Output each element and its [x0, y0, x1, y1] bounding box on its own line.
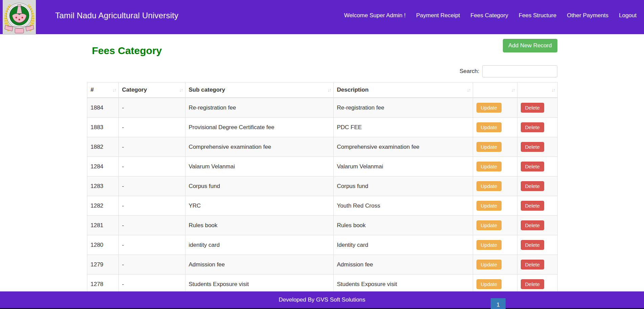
delete-button[interactable]: Delete — [521, 162, 544, 171]
cell-description: Valarum Velanmai — [333, 157, 473, 176]
column-header-description[interactable]: Description ↓↑ — [333, 82, 473, 98]
cell-subcategory: Admission fee — [185, 255, 333, 275]
column-header-delete[interactable]: ↓↑ — [517, 82, 557, 98]
table-row: 1282 - YRC Youth Red Cross Update Delete — [87, 196, 557, 216]
delete-button[interactable]: Delete — [521, 122, 544, 132]
table-row: 1279 - Admission fee Admission fee Updat… — [87, 255, 557, 275]
cell-subcategory: Rules book — [185, 216, 333, 235]
site-footer: Developed By GVS Soft Solutions — [0, 291, 644, 309]
cell-category: - — [118, 176, 185, 196]
table-row: 1284 - Valarum Velanmai Valarum Velanmai… — [87, 157, 557, 176]
cell-delete: Delete — [517, 275, 557, 294]
update-button[interactable]: Update — [476, 142, 502, 152]
cell-delete: Delete — [517, 235, 557, 255]
cell-description: Comprehensive examination fee — [333, 137, 473, 157]
cell-category: - — [118, 157, 185, 176]
update-button[interactable]: Update — [476, 181, 502, 191]
cell-delete: Delete — [517, 176, 557, 196]
sort-icon: ↓↑ — [328, 87, 331, 93]
cell-category: - — [118, 255, 185, 275]
delete-button[interactable]: Delete — [521, 142, 544, 152]
cell-id: 1882 — [87, 137, 118, 157]
cell-description: Students Exposure visit — [333, 275, 473, 294]
table-row: 1278 - Students Exposure visit Students … — [87, 275, 557, 294]
table-header-row: # ↓↑ Category ↓↑ Sub category ↓↑ Descrip… — [87, 82, 557, 98]
column-header-category[interactable]: Category ↓↑ — [118, 82, 185, 98]
cell-subcategory: identity card — [185, 235, 333, 255]
cell-category: - — [118, 216, 185, 235]
table-row: 1883 - Provisional Degree Certificate fe… — [87, 118, 557, 137]
search-label: Search: — [460, 68, 480, 75]
cell-delete: Delete — [517, 255, 557, 275]
delete-button[interactable]: Delete — [521, 279, 544, 289]
update-button[interactable]: Update — [476, 220, 502, 230]
cell-id: 1278 — [87, 275, 118, 294]
delete-button[interactable]: Delete — [521, 201, 544, 211]
cell-subcategory: YRC — [185, 196, 333, 216]
fees-category-table: # ↓↑ Category ↓↑ Sub category ↓↑ Descrip… — [87, 82, 558, 294]
update-button[interactable]: Update — [476, 260, 502, 269]
cell-update: Update — [473, 137, 517, 157]
nav-link[interactable]: Logout — [619, 12, 637, 19]
cell-delete: Delete — [517, 216, 557, 235]
table-row: 1882 - Comprehensive examination fee Com… — [87, 137, 557, 157]
top-navbar: Tamil Nadu Agricultural University Welco… — [0, 0, 644, 34]
cell-category: - — [118, 137, 185, 157]
table-row: 1884 - Re-registration fee Re-registrati… — [87, 98, 557, 118]
cell-description: PDC FEE — [333, 118, 473, 137]
column-header-update[interactable]: ↓↑ — [473, 82, 517, 98]
cell-subcategory: Corpus fund — [185, 176, 333, 196]
cell-update: Update — [473, 235, 517, 255]
cell-category: - — [118, 98, 185, 118]
nav-link[interactable]: Other Payments — [567, 12, 608, 19]
cell-category: - — [118, 275, 185, 294]
cell-id: 1281 — [87, 216, 118, 235]
cell-delete: Delete — [517, 98, 557, 118]
search-input[interactable] — [482, 65, 557, 77]
cell-category: - — [118, 196, 185, 216]
nav-link[interactable]: Fees Structure — [519, 12, 557, 19]
pagination-page[interactable]: 1 — [491, 298, 505, 309]
delete-button[interactable]: Delete — [521, 240, 544, 250]
cell-description: Identity card — [333, 235, 473, 255]
update-button[interactable]: Update — [476, 103, 502, 113]
cell-delete: Delete — [517, 137, 557, 157]
add-new-record-button[interactable]: Add New Record — [503, 39, 557, 52]
cell-delete: Delete — [517, 118, 557, 137]
footer-credit-text: Developed By GVS Soft Solutions — [279, 296, 365, 303]
sort-icon: ↓↑ — [179, 87, 183, 93]
cell-delete: Delete — [517, 196, 557, 216]
nav-link[interactable]: Payment Receipt — [416, 12, 460, 19]
cell-update: Update — [473, 176, 517, 196]
sort-icon: ↓↑ — [552, 87, 555, 93]
app-title: Tamil Nadu Agricultural University — [55, 11, 178, 20]
cell-update: Update — [473, 98, 517, 118]
update-button[interactable]: Update — [476, 162, 502, 171]
cell-update: Update — [473, 275, 517, 294]
nav-link[interactable]: Welcome Super Admin ! — [344, 12, 406, 19]
column-header-subcategory[interactable]: Sub category ↓↑ — [185, 82, 333, 98]
delete-button[interactable]: Delete — [521, 181, 544, 191]
cell-delete: Delete — [517, 157, 557, 176]
delete-button[interactable]: Delete — [521, 103, 544, 113]
sort-icon: ↓↑ — [113, 87, 116, 93]
update-button[interactable]: Update — [476, 201, 502, 211]
column-header-id[interactable]: # ↓↑ — [87, 82, 118, 98]
cell-description: Youth Red Cross — [333, 196, 473, 216]
cell-id: 1284 — [87, 157, 118, 176]
table-row: 1283 - Corpus fund Corpus fund Update De… — [87, 176, 557, 196]
cell-update: Update — [473, 255, 517, 275]
delete-button[interactable]: Delete — [521, 220, 544, 230]
cell-id: 1282 — [87, 196, 118, 216]
university-logo — [3, 0, 36, 35]
nav-link[interactable]: Fees Category — [470, 12, 508, 19]
update-button[interactable]: Update — [476, 279, 502, 289]
cell-subcategory: Provisional Degree Certificate fee — [185, 118, 333, 137]
delete-button[interactable]: Delete — [521, 260, 544, 269]
update-button[interactable]: Update — [476, 122, 502, 132]
cell-update: Update — [473, 196, 517, 216]
cell-id: 1280 — [87, 235, 118, 255]
update-button[interactable]: Update — [476, 240, 502, 250]
cell-description: Admission fee — [333, 255, 473, 275]
tnau-emblem-icon — [3, 0, 36, 35]
